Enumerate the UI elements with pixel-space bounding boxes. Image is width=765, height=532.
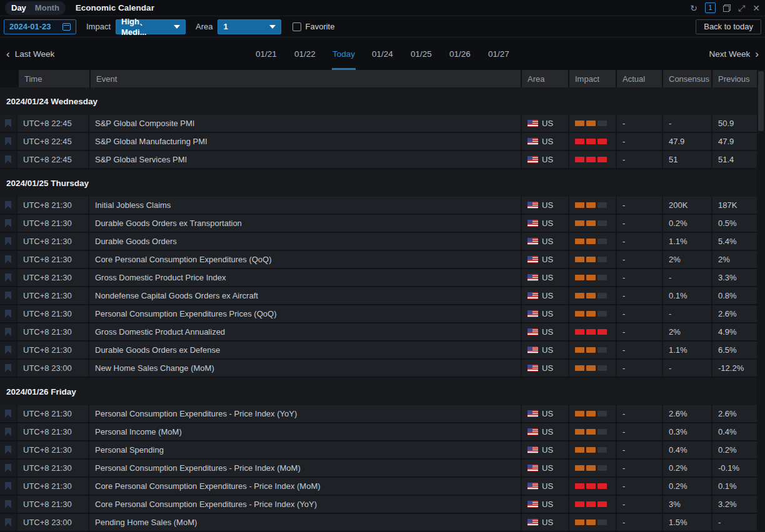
bookmark-icon[interactable] [5, 428, 11, 436]
bookmark-icon[interactable] [5, 482, 11, 490]
table-row[interactable]: UTC+8 21:30Core Personal Consumption Exp… [0, 251, 757, 269]
event-cell[interactable]: Pending Home Sales (MoM) [89, 514, 522, 531]
bookmark-icon[interactable] [5, 410, 11, 418]
event-cell[interactable]: Personal Spending [89, 441, 522, 458]
bookmark-icon[interactable] [5, 518, 11, 526]
event-cell[interactable]: New Home Sales Change (MoM) [89, 360, 522, 377]
event-cell[interactable]: Durable Goods Orders ex Defense [89, 342, 522, 358]
bookmark-cell[interactable] [0, 360, 18, 377]
bookmark-icon[interactable] [5, 446, 11, 454]
bookmark-cell[interactable] [0, 441, 18, 458]
bookmark-icon[interactable] [5, 346, 11, 354]
event-cell[interactable]: Gross Domestic Product Annualized [89, 323, 522, 340]
bookmark-cell[interactable] [0, 287, 18, 304]
event-cell[interactable]: Durable Goods Orders [89, 233, 522, 250]
bookmark-cell[interactable] [0, 323, 18, 340]
area-select[interactable]: 1 [218, 19, 281, 34]
tab-month[interactable]: Month [35, 3, 59, 12]
bookmark-icon[interactable] [5, 219, 11, 227]
bookmark-cell[interactable] [0, 197, 18, 214]
bookmark-cell[interactable] [0, 233, 18, 250]
favorite-checkbox[interactable] [292, 22, 301, 31]
day-tab-01-27[interactable]: 01/27 [479, 37, 518, 70]
impact-select[interactable]: High、Medi... [116, 19, 186, 34]
panel-count-icon[interactable]: 1 [705, 2, 716, 13]
event-cell[interactable]: Durable Goods Orders ex Transportation [89, 215, 522, 232]
bookmark-cell[interactable] [0, 342, 18, 358]
event-cell[interactable]: Core Personal Consumption Expenditures -… [89, 496, 522, 513]
event-cell[interactable]: Gross Domestic Product Price Index [89, 269, 522, 286]
day-tab-01-21[interactable]: 01/21 [247, 37, 286, 70]
table-row[interactable]: UTC+8 21:30Durable Goods Orders ex Defen… [0, 342, 757, 360]
bookmark-icon[interactable] [5, 155, 11, 164]
next-week-button[interactable]: Next Week › [709, 49, 759, 59]
refresh-icon[interactable]: ↻ [690, 4, 698, 12]
day-tab-01-25[interactable]: 01/25 [402, 37, 441, 70]
bookmark-icon[interactable] [5, 201, 11, 209]
event-cell[interactable]: S&P Global Services PMI [89, 151, 522, 168]
bookmark-cell[interactable] [0, 496, 18, 513]
table-row[interactable]: UTC+8 23:00New Home Sales Change (MoM)US… [0, 360, 757, 378]
event-cell[interactable]: Core Personal Consumption Expenditures -… [89, 478, 522, 495]
bookmark-cell[interactable] [0, 269, 18, 286]
last-week-button[interactable]: ‹ Last Week [6, 49, 54, 59]
event-cell[interactable]: Initial Jobless Claims [89, 197, 522, 214]
bookmark-cell[interactable] [0, 215, 18, 232]
bookmark-icon[interactable] [5, 255, 11, 264]
bookmark-cell[interactable] [0, 115, 18, 132]
event-cell[interactable]: Nondefense Capital Goods Orders ex Aircr… [89, 287, 522, 304]
expand-icon[interactable]: ⤢ [738, 4, 745, 12]
bookmark-icon[interactable] [5, 500, 11, 508]
bookmark-icon[interactable] [5, 292, 11, 300]
table-row[interactable]: UTC+8 21:30Gross Domestic Product Annual… [0, 323, 757, 342]
bookmark-cell[interactable] [0, 460, 18, 476]
event-cell[interactable]: Core Personal Consumption Expenditures (… [89, 251, 522, 268]
table-row[interactable]: UTC+8 21:30Core Personal Consumption Exp… [0, 478, 757, 496]
bookmark-cell[interactable] [0, 133, 18, 150]
table-row[interactable]: UTC+8 21:30Personal Consumption Expendit… [0, 405, 757, 423]
bookmark-cell[interactable] [0, 151, 18, 168]
bookmark-cell[interactable] [0, 251, 18, 268]
bookmark-cell[interactable] [0, 305, 18, 322]
table-row[interactable]: UTC+8 21:30Personal Income (MoM)US-0.3%0… [0, 423, 757, 441]
bookmark-icon[interactable] [5, 137, 11, 145]
table-row[interactable]: UTC+8 21:30Nondefense Capital Goods Orde… [0, 287, 757, 305]
table-row[interactable]: UTC+8 21:30Personal Consumption Expendit… [0, 460, 757, 478]
table-row[interactable]: UTC+8 21:30Initial Jobless ClaimsUS-200K… [0, 197, 757, 215]
bookmark-cell[interactable] [0, 405, 18, 422]
bookmark-cell[interactable] [0, 423, 18, 440]
event-cell[interactable]: S&P Global Manufacturing PMI [89, 133, 522, 150]
bookmark-icon[interactable] [5, 273, 11, 282]
event-cell[interactable]: Personal Consumption Expenditures - Pric… [89, 405, 522, 422]
day-tab-01-24[interactable]: 01/24 [363, 37, 402, 70]
table-row[interactable]: UTC+8 21:30Personal Consumption Expendit… [0, 305, 757, 323]
event-cell[interactable]: Personal Consumption Expenditures Prices… [89, 305, 522, 322]
table-row[interactable]: UTC+8 22:45S&P Global Composite PMIUS--5… [0, 115, 757, 133]
tab-day[interactable]: Day [11, 3, 26, 12]
day-tab-01-26[interactable]: 01/26 [441, 37, 479, 70]
bookmark-icon[interactable] [5, 364, 11, 372]
scrollbar-thumb[interactable] [758, 71, 764, 131]
table-row[interactable]: UTC+8 23:00Pending Home Sales (MoM)US-1.… [0, 514, 757, 532]
date-picker[interactable]: 2024-01-23 [4, 19, 76, 34]
event-cell[interactable]: Personal Income (MoM) [89, 423, 522, 440]
table-row[interactable]: UTC+8 22:45S&P Global Manufacturing PMIU… [0, 133, 757, 151]
table-row[interactable]: UTC+8 22:45S&P Global Services PMIUS-515… [0, 151, 757, 169]
restore-window-icon[interactable] [723, 4, 731, 12]
bookmark-icon[interactable] [5, 328, 11, 336]
event-cell[interactable]: S&P Global Composite PMI [89, 115, 522, 132]
favorite-filter[interactable]: Favorite [292, 22, 334, 31]
table-row[interactable]: UTC+8 21:30Gross Domestic Product Price … [0, 269, 757, 287]
table-row[interactable]: UTC+8 21:30Durable Goods OrdersUS-1.1%5.… [0, 233, 757, 251]
bookmark-icon[interactable] [5, 464, 11, 472]
table-row[interactable]: UTC+8 21:30Durable Goods Orders ex Trans… [0, 215, 757, 233]
table-row[interactable]: UTC+8 21:30Personal SpendingUS-0.4%0.2% [0, 441, 757, 460]
close-icon[interactable]: ✕ [752, 4, 760, 12]
day-tab-01-22[interactable]: 01/22 [286, 37, 324, 70]
bookmark-icon[interactable] [5, 310, 11, 318]
bookmark-icon[interactable] [5, 237, 11, 245]
vertical-scrollbar[interactable] [757, 70, 765, 532]
back-to-today-button[interactable]: Back to today [696, 19, 761, 34]
bookmark-cell[interactable] [0, 514, 18, 531]
bookmark-icon[interactable] [5, 119, 11, 127]
